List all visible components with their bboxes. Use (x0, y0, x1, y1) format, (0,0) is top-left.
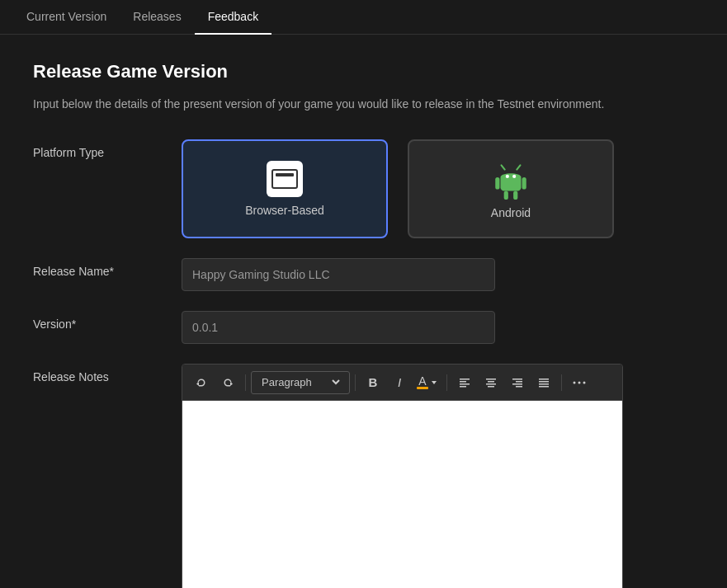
platform-type-label: Platform Type (33, 139, 182, 159)
version-field (182, 311, 694, 344)
align-left-button[interactable] (452, 370, 477, 395)
platform-card-android[interactable]: Android (408, 139, 614, 238)
version-row: Version* (33, 311, 694, 344)
toolbar-divider-2 (355, 374, 356, 391)
svg-rect-4 (504, 191, 508, 200)
browser-icon (267, 161, 303, 197)
release-notes-label: Release Notes (33, 364, 182, 383)
svg-line-0 (502, 165, 505, 169)
release-name-label: Release Name* (33, 258, 182, 278)
align-center-button[interactable] (479, 370, 503, 395)
svg-point-9 (578, 381, 581, 383)
svg-point-6 (506, 175, 509, 178)
release-name-row: Release Name* (33, 258, 694, 291)
align-center-icon (484, 376, 498, 389)
redo-button[interactable] (215, 370, 240, 395)
rich-text-editor: Paragraph Heading 1 Heading 2 Heading 3 … (182, 364, 623, 588)
tab-feedback[interactable]: Feedback (195, 0, 271, 35)
page-title: Release Game Version (33, 61, 694, 82)
platform-browser-label: Browser-Based (245, 204, 324, 217)
page-description: Input below the details of the present v… (33, 96, 694, 113)
release-name-field (182, 258, 694, 291)
highlight-button[interactable]: A (413, 370, 441, 395)
more-icon (572, 375, 587, 390)
svg-rect-5 (513, 191, 517, 200)
android-icon (490, 158, 531, 200)
bold-button[interactable]: B (361, 370, 385, 395)
highlight-icon: A (417, 375, 428, 389)
svg-point-8 (574, 381, 576, 383)
undo-button[interactable] (189, 370, 214, 395)
align-right-button[interactable] (505, 370, 530, 395)
platform-cards: Browser-Based (182, 139, 694, 238)
release-notes-row: Release Notes (33, 364, 694, 588)
toolbar-divider-3 (446, 374, 447, 391)
main-content: Release Game Version Input below the det… (0, 35, 727, 588)
svg-point-7 (512, 175, 516, 178)
toolbar-divider-1 (245, 374, 246, 391)
highlight-chevron-icon (430, 379, 438, 387)
italic-button[interactable]: I (387, 370, 412, 395)
align-justify-icon (537, 376, 550, 389)
version-label: Version* (33, 311, 182, 331)
svg-line-1 (517, 165, 520, 169)
more-button[interactable] (567, 370, 592, 395)
editor-body[interactable] (182, 401, 622, 588)
svg-rect-3 (522, 177, 526, 190)
svg-point-10 (583, 381, 586, 383)
svg-rect-2 (495, 177, 499, 190)
toolbar-divider-4 (561, 374, 562, 391)
tab-releases[interactable]: Releases (120, 0, 194, 35)
browser-icon-inner (271, 169, 298, 189)
platform-android-label: Android (491, 206, 531, 219)
platform-type-row: Platform Type Browser-Based (33, 139, 694, 238)
align-left-icon (458, 376, 471, 389)
tab-bar: Current Version Releases Feedback (0, 0, 727, 35)
paragraph-dropdown[interactable]: Paragraph Heading 1 Heading 2 Heading 3 (258, 375, 342, 389)
align-right-icon (511, 376, 524, 389)
version-input[interactable] (182, 311, 495, 344)
platform-cards-container: Browser-Based (182, 139, 694, 238)
align-justify-button[interactable] (531, 370, 556, 395)
release-notes-field: Paragraph Heading 1 Heading 2 Heading 3 … (182, 364, 694, 588)
platform-card-browser[interactable]: Browser-Based (182, 139, 388, 238)
release-name-input[interactable] (182, 258, 495, 291)
paragraph-select[interactable]: Paragraph Heading 1 Heading 2 Heading 3 (251, 371, 350, 394)
tab-current-version[interactable]: Current Version (13, 0, 120, 35)
editor-toolbar: Paragraph Heading 1 Heading 2 Heading 3 … (182, 365, 622, 401)
